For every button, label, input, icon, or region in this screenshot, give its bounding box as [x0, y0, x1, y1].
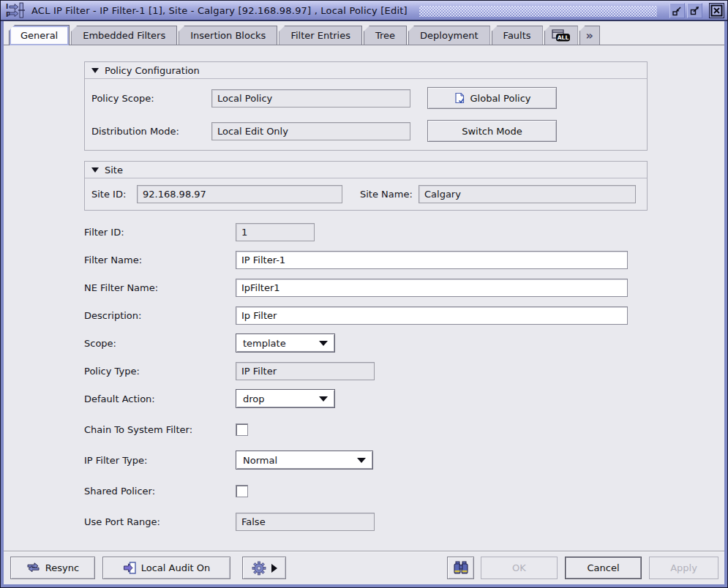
ip-filter-type-row: IP Filter Type: Normal	[84, 451, 724, 470]
policy-scope-field: Local Policy	[211, 89, 410, 108]
titlebar[interactable]: I P ACL IP Filter - IP Filter-1 [1], Sit…	[1, 1, 727, 21]
chain-to-system-filter-checkbox[interactable]	[236, 423, 248, 436]
filter-id-row: Filter ID: 1	[84, 222, 724, 241]
gear-icon	[252, 561, 266, 576]
policy-scope-row: Policy Scope: Local Policy Global Policy	[85, 87, 647, 109]
filter-name-label: Filter Name:	[84, 255, 236, 265]
svg-text:I: I	[6, 3, 8, 10]
default-action-dropdown[interactable]: drop	[236, 389, 335, 408]
minimize-icon[interactable]	[669, 3, 685, 18]
chevron-down-icon	[357, 458, 366, 463]
apply-button[interactable]: Apply	[649, 557, 718, 579]
site-id-label: Site ID:	[91, 189, 137, 200]
distribution-mode-field: Local Edit Only	[211, 122, 410, 140]
shared-policer-checkbox[interactable]	[236, 485, 248, 497]
chain-to-system-filter-label: Chain To System Filter:	[84, 424, 236, 435]
tab-embedded-filters[interactable]: Embedded Filters	[71, 26, 177, 45]
maximize-icon[interactable]	[687, 3, 702, 18]
ok-button[interactable]: OK	[481, 557, 558, 579]
settings-menu-button[interactable]	[242, 557, 286, 579]
close-icon[interactable]	[709, 3, 724, 18]
policy-configuration-title: Policy Configuration	[105, 65, 200, 76]
filter-name-input[interactable]	[236, 251, 628, 269]
ip-filter-type-label: IP Filter Type:	[84, 455, 236, 466]
site-id-field: 92.168.98.97	[137, 185, 342, 203]
policy-type-label: Policy Type:	[84, 366, 236, 377]
menu-arrow-icon	[271, 564, 277, 573]
scope-row: Scope: template	[84, 333, 724, 353]
ip-filter-type-dropdown[interactable]: Normal	[236, 451, 373, 470]
shared-policer-label: Shared Policer:	[84, 486, 236, 497]
default-action-row: Default Action: drop	[84, 389, 724, 408]
site-name-label: Site Name:	[360, 189, 419, 200]
use-port-range-label: Use Port Range:	[84, 516, 236, 527]
more-tabs-chevron-icon[interactable]: »	[579, 26, 600, 45]
all-tabs-icon: ALL	[551, 29, 571, 42]
global-policy-button[interactable]: Global Policy	[427, 87, 557, 109]
global-policy-doc-icon	[454, 92, 465, 104]
tab-tree[interactable]: Tree	[364, 26, 407, 45]
use-port-range-row: Use Port Range: False	[84, 512, 724, 531]
collapse-triangle-icon	[91, 167, 99, 173]
binoculars-icon	[453, 561, 469, 575]
chevron-down-icon	[319, 341, 328, 346]
find-button[interactable]	[447, 557, 474, 579]
switch-mode-button[interactable]: Switch Mode	[427, 120, 557, 142]
all-tabs-icon[interactable]: ALL	[544, 26, 578, 45]
ip-filter-icon: I P	[5, 2, 26, 18]
ne-filter-name-input[interactable]	[236, 279, 628, 297]
tab-insertion-blocks[interactable]: Insertion Blocks	[179, 26, 277, 45]
acl-ip-filter-window: I P ACL IP Filter - IP Filter-1 [1], Sit…	[0, 0, 728, 588]
filter-id-label: Filter ID:	[84, 227, 236, 238]
default-action-label: Default Action:	[84, 393, 236, 404]
distribution-mode-label: Distribution Mode:	[91, 126, 211, 137]
policy-type-field: IP Filter	[236, 362, 375, 380]
use-port-range-field: False	[236, 513, 375, 531]
tab-faults[interactable]: Faults	[492, 26, 543, 45]
site-title: Site	[105, 165, 123, 176]
policy-type-row: Policy Type: IP Filter	[84, 361, 724, 380]
scope-label: Scope:	[84, 338, 236, 349]
cancel-button[interactable]: Cancel	[565, 557, 642, 579]
policy-configuration-header[interactable]: Policy Configuration	[85, 62, 647, 79]
description-label: Description:	[84, 310, 236, 321]
tab-filter-entries[interactable]: Filter Entries	[279, 26, 362, 45]
window-title: ACL IP Filter - IP Filter-1 [1], Site - …	[31, 5, 408, 16]
resync-arrows-icon	[26, 562, 40, 573]
local-audit-arrow-icon	[123, 562, 136, 574]
site-panel: Site Site ID: 92.168.98.97 Site Name: Ca…	[84, 161, 648, 211]
ne-filter-name-label: NE Filter Name:	[84, 282, 236, 293]
tab-general[interactable]: General	[9, 25, 70, 45]
chevron-down-icon	[319, 396, 328, 402]
filter-name-row: Filter Name:	[84, 250, 724, 269]
filter-id-field: 1	[236, 223, 315, 241]
svg-text:ALL: ALL	[557, 34, 568, 41]
description-input[interactable]	[236, 306, 628, 325]
description-row: Description:	[84, 306, 724, 325]
window-body: General Embedded Filters Insertion Block…	[1, 21, 727, 587]
local-audit-button[interactable]: Local Audit On	[102, 557, 230, 579]
distribution-mode-row: Distribution Mode: Local Edit Only Switc…	[85, 120, 647, 142]
site-row: Site ID: 92.168.98.97 Site Name: Calgary	[91, 185, 647, 203]
shared-policer-row: Shared Policer:	[84, 481, 724, 500]
general-tab-panel: Policy Configuration Policy Scope: Local…	[4, 45, 724, 551]
tab-deployment[interactable]: Deployment	[408, 26, 490, 45]
tab-bar: General Embedded Filters Insertion Block…	[4, 21, 724, 45]
scope-dropdown[interactable]: template	[236, 333, 335, 353]
footer-bar: Resync Local Audit On	[4, 551, 724, 584]
site-name-field: Calgary	[419, 185, 636, 203]
resync-button[interactable]: Resync	[10, 557, 95, 579]
site-header[interactable]: Site	[85, 162, 647, 178]
policy-scope-label: Policy Scope:	[91, 93, 211, 104]
ne-filter-name-row: NE Filter Name:	[84, 278, 724, 297]
collapse-triangle-icon	[91, 68, 99, 73]
titlebar-texture	[419, 6, 657, 17]
chain-to-system-filter-row: Chain To System Filter:	[84, 420, 724, 439]
policy-configuration-panel: Policy Configuration Policy Scope: Local…	[84, 61, 648, 151]
